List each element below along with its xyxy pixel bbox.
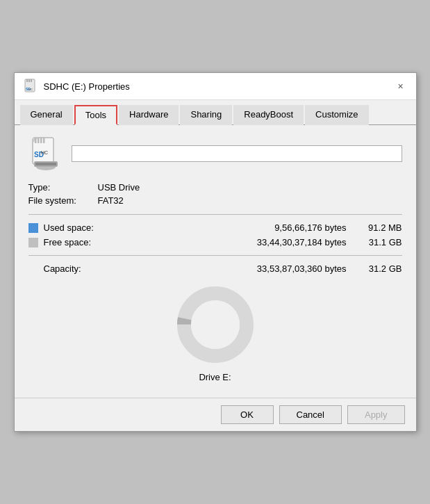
divider-2 (28, 255, 402, 256)
title-text: SDHC (E:) Properties (44, 81, 130, 92)
tab-sharing[interactable]: Sharing (180, 105, 232, 125)
filesystem-value: FAT32 (98, 195, 124, 206)
capacity-size: 31.2 GB (361, 263, 402, 274)
apply-button[interactable]: Apply (347, 405, 405, 424)
svg-text:HC: HC (41, 150, 48, 155)
donut-label: Drive E: (199, 372, 231, 382)
svg-rect-9 (38, 138, 40, 143)
footer: OK Cancel Apply (15, 398, 416, 431)
free-color-box (28, 238, 38, 247)
content-area: SD HC Type: USB Drive File system: FAT32 (15, 125, 416, 398)
close-button[interactable]: × (394, 79, 408, 93)
donut-chart (174, 283, 257, 366)
used-color-box (28, 223, 38, 233)
tab-bar: General Tools Hardware Sharing ReadyBoos… (15, 100, 416, 125)
cancel-button[interactable]: Cancel (279, 405, 342, 424)
free-space-size: 31.1 GB (361, 237, 402, 247)
free-space-row: Free space: 33,44,30,37,184 bytes 31.1 G… (28, 235, 402, 250)
drive-label-input[interactable] (72, 145, 402, 162)
svg-rect-2 (28, 79, 30, 82)
title-icon: SD HC (23, 79, 38, 94)
title-bar: SD HC SDHC (E:) Properties × (15, 73, 416, 100)
svg-rect-16 (35, 163, 56, 165)
tab-readyboost[interactable]: ReadyBoost (233, 105, 304, 125)
space-section: Used space: 9,56,66,176 bytes 91.2 MB Fr… (28, 220, 402, 250)
tab-customize[interactable]: Customize (305, 105, 368, 125)
used-space-row: Used space: 9,56,66,176 bytes 91.2 MB (28, 220, 402, 235)
filesystem-label: File system: (28, 195, 98, 206)
capacity-row: Capacity: 33,53,87,03,360 bytes 31.2 GB (28, 261, 402, 276)
title-left: SD HC SDHC (E:) Properties (23, 79, 130, 94)
divider-1 (28, 214, 402, 215)
type-label: Type: (28, 182, 98, 193)
tab-tools[interactable]: Tools (74, 105, 117, 125)
svg-point-19 (191, 300, 240, 349)
svg-rect-8 (35, 138, 37, 143)
type-value: USB Drive (98, 182, 140, 193)
ok-button[interactable]: OK (221, 405, 274, 424)
free-space-bytes: 33,44,30,37,184 bytes (103, 237, 361, 247)
svg-text:HC: HC (28, 88, 33, 91)
svg-rect-10 (40, 138, 42, 143)
properties-window: SD HC SDHC (E:) Properties × General Too… (14, 72, 417, 432)
used-space-size: 91.2 MB (361, 222, 402, 233)
svg-rect-3 (31, 79, 32, 82)
drive-icon: SD HC (28, 136, 63, 171)
info-section: Type: USB Drive File system: FAT32 (28, 181, 402, 207)
svg-rect-11 (43, 138, 45, 143)
svg-rect-1 (26, 79, 28, 82)
tab-general[interactable]: General (20, 105, 73, 125)
drive-header: SD HC (28, 136, 402, 171)
used-space-bytes: 9,56,66,176 bytes (103, 222, 361, 233)
filesystem-row: File system: FAT32 (28, 194, 402, 207)
capacity-bytes: 33,53,87,03,360 bytes (99, 263, 361, 274)
donut-chart-container: Drive E: (28, 283, 402, 382)
type-row: Type: USB Drive (28, 181, 402, 194)
used-space-label: Used space: (44, 222, 103, 233)
free-space-label: Free space: (44, 237, 103, 247)
capacity-label: Capacity: (44, 263, 99, 274)
tab-hardware[interactable]: Hardware (119, 105, 179, 125)
